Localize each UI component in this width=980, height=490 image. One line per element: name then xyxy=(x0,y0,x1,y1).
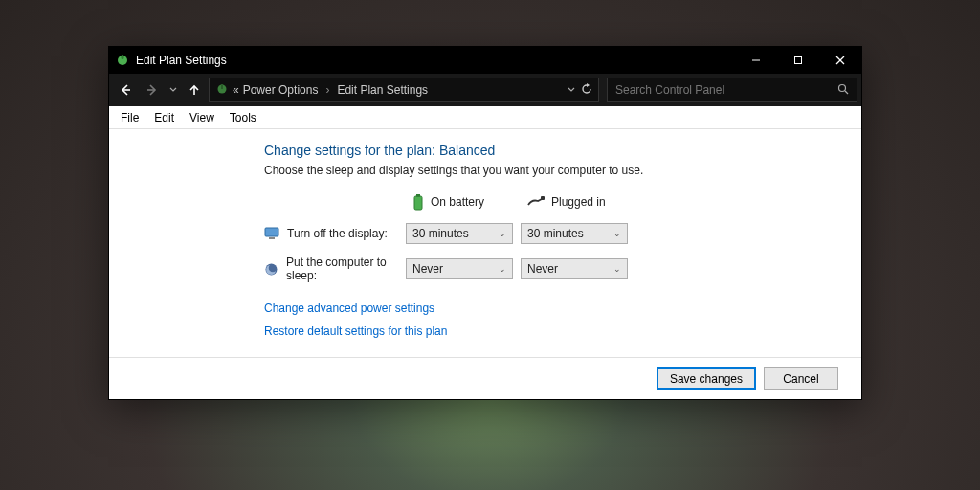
page-heading: Change settings for the plan: Balanced xyxy=(264,143,800,158)
address-bar[interactable]: « Power Options › Edit Plan Settings xyxy=(209,78,599,102)
svg-rect-1 xyxy=(122,55,124,59)
svg-rect-17 xyxy=(269,237,275,239)
search-icon[interactable] xyxy=(837,83,849,98)
link-restore-defaults[interactable]: Restore default settings for this plan xyxy=(264,324,800,338)
window-controls xyxy=(735,47,861,74)
up-button[interactable] xyxy=(182,78,207,102)
search-input[interactable] xyxy=(615,83,837,97)
label-turn-off-display: Turn off the display: xyxy=(287,227,388,240)
chevron-right-icon: › xyxy=(325,83,329,97)
monitor-icon xyxy=(264,227,279,240)
display-plugged-dropdown[interactable]: 30 minutes ⌄ xyxy=(521,223,628,244)
svg-rect-15 xyxy=(541,196,545,200)
refresh-button[interactable] xyxy=(581,83,592,98)
moon-icon xyxy=(264,262,278,277)
close-button[interactable] xyxy=(819,47,861,74)
sleep-plugged-value: Never xyxy=(527,262,558,276)
recent-dropdown[interactable] xyxy=(167,78,180,102)
breadcrumb-edit-plan[interactable]: Edit Plan Settings xyxy=(337,83,428,97)
display-battery-dropdown[interactable]: 30 minutes ⌄ xyxy=(406,223,513,244)
titlebar[interactable]: Edit Plan Settings xyxy=(109,47,861,74)
menu-bar: File Edit View Tools xyxy=(109,106,861,129)
plug-icon xyxy=(526,195,546,209)
menu-view[interactable]: View xyxy=(182,111,222,124)
chevron-down-icon: ⌄ xyxy=(499,264,506,274)
sleep-battery-value: Never xyxy=(412,262,443,276)
battery-icon xyxy=(412,193,425,211)
svg-rect-13 xyxy=(414,196,422,210)
svg-point-11 xyxy=(839,84,846,91)
col-on-battery: On battery xyxy=(431,195,484,209)
breadcrumb-power-options[interactable]: Power Options xyxy=(243,83,319,97)
back-button[interactable] xyxy=(113,78,138,102)
link-advanced-settings[interactable]: Change advanced power settings xyxy=(264,301,800,315)
power-icon xyxy=(215,82,229,99)
address-dropdown-icon[interactable] xyxy=(568,83,575,97)
page-subtext: Choose the sleep and display settings th… xyxy=(264,164,800,177)
display-battery-value: 30 minutes xyxy=(412,227,469,240)
menu-file[interactable]: File xyxy=(113,111,146,124)
sleep-battery-dropdown[interactable]: Never ⌄ xyxy=(406,258,513,279)
links-section: Change advanced power settings Restore d… xyxy=(264,301,800,338)
breadcrumb-prefix: « xyxy=(233,83,239,97)
save-button[interactable]: Save changes xyxy=(657,368,756,390)
navigation-bar: « Power Options › Edit Plan Settings xyxy=(109,74,861,106)
chevron-down-icon: ⌄ xyxy=(613,264,621,274)
chevron-down-icon: ⌄ xyxy=(499,229,506,238)
row-sleep: Put the computer to sleep: Never ⌄ Never… xyxy=(264,256,800,282)
app-icon xyxy=(115,53,130,68)
forward-button[interactable] xyxy=(140,78,165,102)
cancel-button[interactable]: Cancel xyxy=(764,368,838,390)
label-sleep: Put the computer to sleep: xyxy=(286,256,406,282)
search-box[interactable] xyxy=(607,78,858,102)
svg-rect-10 xyxy=(221,84,223,89)
maximize-button[interactable] xyxy=(777,47,819,74)
window-title: Edit Plan Settings xyxy=(136,54,227,67)
sleep-plugged-dropdown[interactable]: Never ⌄ xyxy=(521,258,628,279)
menu-tools[interactable]: Tools xyxy=(222,111,264,124)
svg-line-12 xyxy=(845,91,848,94)
row-turn-off-display: Turn off the display: 30 minutes ⌄ 30 mi… xyxy=(264,223,800,244)
menu-edit[interactable]: Edit xyxy=(146,111,182,124)
svg-rect-14 xyxy=(416,194,420,197)
display-plugged-value: 30 minutes xyxy=(527,227,584,240)
chevron-down-icon: ⌄ xyxy=(613,229,621,238)
column-headers: On battery Plugged in xyxy=(264,190,800,213)
footer: Save changes Cancel xyxy=(109,357,861,399)
svg-rect-16 xyxy=(265,228,278,236)
control-panel-window: Edit Plan Settings « Power Options › Edi… xyxy=(108,46,862,400)
minimize-button[interactable] xyxy=(735,47,777,74)
col-plugged-in: Plugged in xyxy=(551,195,606,209)
content-area: Change settings for the plan: Balanced C… xyxy=(109,129,861,357)
svg-rect-3 xyxy=(795,57,802,64)
